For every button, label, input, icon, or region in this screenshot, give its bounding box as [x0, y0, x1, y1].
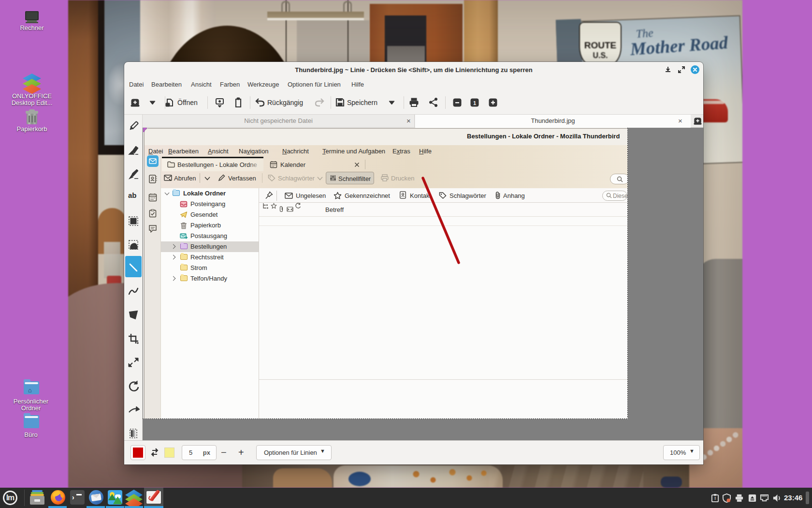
svg-text:1: 1	[473, 100, 476, 106]
svg-text:!: !	[714, 495, 716, 501]
